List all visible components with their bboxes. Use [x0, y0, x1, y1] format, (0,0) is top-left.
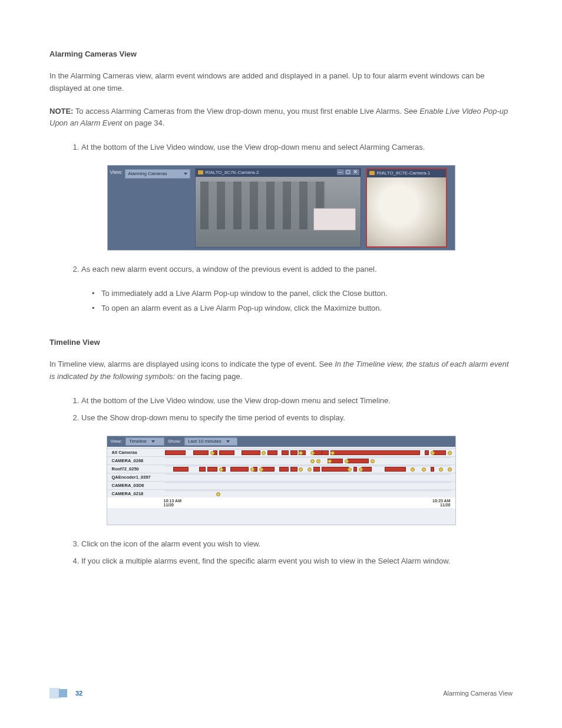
fig1-feed2-title: RIALTO_8C7E-Camera-1 — [377, 170, 431, 176]
fig1-feed-2[interactable]: RIALTO_8C7E-Camera-1 — [366, 168, 447, 248]
camera-icon — [369, 171, 375, 175]
alarm-marker-icon[interactable] — [448, 467, 452, 472]
para-timeline-intro: In Timeline view, alarms are displayed u… — [49, 358, 513, 383]
alarm-segment[interactable] — [165, 450, 186, 455]
timeline-track[interactable] — [165, 449, 451, 455]
alarm-segment[interactable] — [282, 450, 289, 455]
fig1-view-label: View: — [110, 169, 123, 175]
alarm-segment[interactable] — [290, 467, 297, 472]
alarm-segment[interactable] — [279, 467, 289, 472]
fig1-feed-1[interactable]: RIALTO_8C7E-Camera-2 — ▢ ✕ — [195, 168, 361, 248]
fig2-pad — [107, 508, 455, 525]
step-2-4: If you click a multiple alarms event, fi… — [81, 554, 513, 568]
timeline-track[interactable] — [165, 482, 451, 488]
chevron-down-icon — [226, 440, 230, 443]
timeline-row: CAMERA_03D6 — [107, 481, 455, 489]
axis-right-time: 10:23 AM — [432, 499, 450, 503]
alarm-segment[interactable] — [193, 450, 209, 455]
step-list-1: At the bottom of the Live Video window, … — [49, 140, 513, 154]
alarm-marker-icon[interactable] — [316, 459, 320, 463]
alarm-segment[interactable] — [353, 467, 358, 472]
alarm-segment[interactable] — [330, 450, 420, 455]
alarm-marker-icon[interactable] — [411, 467, 415, 472]
alarm-marker-icon[interactable] — [431, 451, 435, 455]
timeline-track[interactable] — [165, 466, 451, 472]
timeline-row: CAMERA_0268 — [107, 456, 455, 465]
fig2-show-dropdown[interactable]: Last 10 minutes — [184, 437, 237, 446]
step-1-1: At the bottom of the Live Video window, … — [81, 140, 513, 154]
timeline-row: Roof72_0250 — [107, 465, 455, 473]
timeline-track[interactable] — [165, 474, 451, 480]
minimize-button[interactable]: — — [337, 169, 344, 175]
fig2-view-label: View: — [111, 439, 122, 444]
step-1-2: As each new alarm event occurs, a window… — [81, 262, 513, 276]
alarm-marker-icon[interactable] — [348, 467, 352, 472]
alarm-segment[interactable] — [262, 467, 274, 472]
timeline-row-label: CAMERA_0218 — [107, 491, 165, 496]
figure-alarming-cameras: View: Alarming Cameras RIALTO_8C7E-Camer… — [107, 165, 455, 251]
timeline-row-label: CAMERA_0268 — [107, 458, 165, 463]
step-list-2: At the bottom of the Live Video window, … — [49, 394, 513, 425]
fig1-view-dropdown[interactable]: Alarming Cameras — [125, 169, 190, 179]
alarm-segment[interactable] — [431, 467, 435, 472]
alarm-segment[interactable] — [322, 450, 329, 455]
alarm-segment[interactable] — [207, 467, 217, 472]
note-text: To access Alarming Cameras from the View… — [73, 107, 419, 116]
fig2-topbar: View: Timeline Show: Last 10 minutes — [107, 436, 455, 447]
fig1-feed2-video — [367, 177, 446, 246]
step-list-2b: Click on the icon of the alarm event you… — [49, 537, 513, 568]
bullet-close: To immediately add a Live Alarm Pop-up w… — [92, 286, 513, 301]
alarm-segment[interactable] — [313, 467, 320, 472]
alarm-segment[interactable] — [362, 467, 372, 472]
alarm-segment[interactable] — [385, 467, 406, 472]
timeline-row-label: CAMERA_03D6 — [107, 483, 165, 488]
alarm-marker-icon[interactable] — [219, 467, 223, 472]
alarm-marker-icon[interactable] — [299, 467, 303, 472]
alarm-segment[interactable] — [433, 450, 445, 455]
maximize-button[interactable]: ▢ — [345, 169, 352, 175]
alarm-marker-icon[interactable] — [262, 451, 266, 455]
alarm-segment[interactable] — [199, 467, 206, 472]
t-intro-c: on the facing page. — [175, 372, 242, 381]
alarm-marker-icon[interactable] — [310, 459, 315, 463]
alarm-marker-icon[interactable] — [259, 467, 263, 472]
chevron-down-icon — [184, 173, 187, 175]
alarm-marker-icon[interactable] — [308, 467, 312, 472]
timeline-row-label: Roof72_0250 — [107, 466, 165, 472]
alarm-segment[interactable] — [425, 450, 429, 455]
alarm-marker-icon[interactable] — [371, 459, 375, 463]
fig2-view-dropdown[interactable]: Timeline — [125, 437, 164, 446]
close-button[interactable]: ✕ — [352, 169, 359, 175]
alarm-marker-icon[interactable] — [439, 467, 443, 472]
figure-timeline: View: Timeline Show: Last 10 minutes All… — [107, 436, 456, 525]
alarm-marker-icon[interactable] — [422, 467, 426, 472]
fig2-view-value: Timeline — [129, 439, 147, 444]
footer-logo-block-2 — [59, 689, 67, 697]
page-footer: 32 Alarming Cameras View — [49, 688, 513, 699]
t-intro-a: In Timeline view, alarms are displayed u… — [49, 360, 335, 368]
document-page: Alarming Cameras View In the Alarming Ca… — [0, 0, 562, 728]
heading-alarming-cameras: Alarming Cameras View — [49, 50, 513, 58]
fig2-show-label: Show: — [168, 439, 181, 444]
fig2-show-value: Last 10 minutes — [188, 439, 221, 444]
timeline-track[interactable] — [165, 490, 451, 496]
timeline-track[interactable] — [165, 457, 451, 463]
timeline-row: All Cameras — [107, 448, 455, 456]
alarm-marker-icon[interactable] — [330, 451, 335, 455]
alarm-marker-icon[interactable] — [216, 492, 220, 496]
fig1-feed1-video — [196, 177, 361, 247]
alarm-marker-icon[interactable] — [448, 451, 452, 455]
note-tail: on page 34. — [122, 118, 164, 127]
alarm-segment[interactable] — [230, 467, 249, 472]
fig1-feed1-titlebar: RIALTO_8C7E-Camera-2 — ▢ ✕ — [196, 169, 361, 177]
alarm-segment[interactable] — [322, 467, 349, 472]
alarm-segment[interactable] — [173, 467, 189, 472]
alarm-segment[interactable] — [348, 459, 369, 463]
alarm-segment[interactable] — [242, 450, 260, 455]
alarm-segment[interactable] — [267, 450, 277, 455]
alarm-segment[interactable] — [219, 450, 234, 455]
step-list-1b: As each new alarm event occurs, a window… — [49, 262, 513, 276]
step-2-1: At the bottom of the Live Video window, … — [81, 394, 513, 407]
alarm-segment[interactable] — [290, 450, 297, 455]
fig1-view-control: View: Alarming Cameras — [110, 168, 190, 248]
